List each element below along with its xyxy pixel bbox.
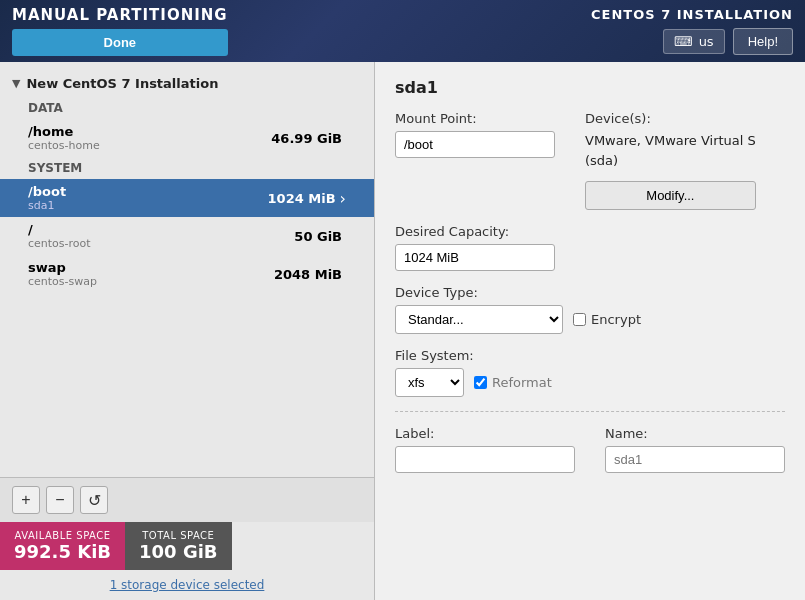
- partition-swap-name: swap: [28, 260, 274, 275]
- device-type-label: Device Type:: [395, 285, 785, 300]
- file-system-row: xfs ext4 ext3 ext2 vfat swap Reformat: [395, 368, 785, 397]
- partition-item-boot[interactable]: /boot sda1 1024 MiB ›: [0, 179, 374, 217]
- detail-title: sda1: [395, 78, 785, 97]
- remove-partition-button[interactable]: −: [46, 486, 74, 514]
- mount-point-input[interactable]: [395, 131, 555, 158]
- label-label: Label:: [395, 426, 575, 441]
- desired-capacity-group: Desired Capacity:: [395, 224, 555, 271]
- space-info: AVAILABLE SPACE 992.5 KiB TOTAL SPACE 10…: [0, 522, 374, 570]
- partition-root-sub: centos-root: [28, 237, 294, 250]
- desired-capacity-input[interactable]: [395, 244, 555, 271]
- device-label: Device(s):: [585, 111, 756, 126]
- name-group: Name:: [605, 426, 785, 473]
- label-input[interactable]: [395, 446, 575, 473]
- file-system-group: File System: xfs ext4 ext3 ext2 vfat swa…: [395, 348, 785, 397]
- partition-item-root[interactable]: / centos-root 50 GiB: [0, 217, 374, 255]
- tree-root-label: New CentOS 7 Installation: [26, 76, 218, 91]
- partition-swap-size: 2048 MiB: [274, 267, 342, 282]
- total-space-label: TOTAL SPACE: [142, 530, 214, 541]
- label-name-row: Label: Name:: [395, 426, 785, 473]
- header: MANUAL PARTITIONING Done CENTOS 7 INSTAL…: [0, 0, 805, 62]
- keyboard-icon: ⌨: [674, 34, 693, 49]
- partition-swap-sub: centos-swap: [28, 275, 274, 288]
- partition-boot-arrow-icon: ›: [340, 189, 346, 208]
- partition-root-name: /: [28, 222, 294, 237]
- mount-point-group: Mount Point:: [395, 111, 555, 210]
- left-panel: ▼ New CentOS 7 Installation DATA /home c…: [0, 62, 375, 600]
- partition-swap-info: swap centos-swap: [28, 260, 274, 288]
- page-title: MANUAL PARTITIONING: [12, 6, 228, 24]
- keyboard-layout-label: us: [699, 34, 714, 49]
- section-data-label: DATA: [0, 97, 374, 119]
- header-controls: ⌨ us Help!: [663, 28, 793, 55]
- header-left: MANUAL PARTITIONING Done: [12, 6, 228, 56]
- encrypt-label: Encrypt: [591, 312, 641, 327]
- reformat-label-text: Reformat: [492, 375, 552, 390]
- header-right: CENTOS 7 INSTALLATION ⌨ us Help!: [591, 7, 793, 55]
- device-type-select[interactable]: Standar... LVM LVM Thin Provisioning BTR…: [395, 305, 563, 334]
- tree-root[interactable]: ▼ New CentOS 7 Installation: [0, 70, 374, 97]
- file-system-select[interactable]: xfs ext4 ext3 ext2 vfat swap: [395, 368, 464, 397]
- done-button[interactable]: Done: [12, 29, 228, 56]
- refresh-button[interactable]: ↺: [80, 486, 108, 514]
- section-system-label: SYSTEM: [0, 157, 374, 179]
- partition-boot-name: /boot: [28, 184, 268, 199]
- partition-boot-sub: sda1: [28, 199, 268, 212]
- partition-boot-size: 1024 MiB: [268, 191, 336, 206]
- modify-button[interactable]: Modify...: [585, 181, 756, 210]
- reformat-checkbox[interactable]: [474, 376, 487, 389]
- partition-root-info: / centos-root: [28, 222, 294, 250]
- help-button[interactable]: Help!: [733, 28, 793, 55]
- capacity-row: Desired Capacity:: [395, 224, 785, 271]
- available-space-value: 992.5 KiB: [14, 541, 111, 562]
- partition-home-sub: centos-home: [28, 139, 271, 152]
- available-space-label: AVAILABLE SPACE: [15, 530, 111, 541]
- name-label: Name:: [605, 426, 785, 441]
- mount-device-row: Mount Point: Device(s): VMware, VMware V…: [395, 111, 785, 210]
- main-content: ▼ New CentOS 7 Installation DATA /home c…: [0, 62, 805, 600]
- partition-home-size: 46.99 GiB: [271, 131, 342, 146]
- mount-point-label: Mount Point:: [395, 111, 555, 126]
- keyboard-layout-button[interactable]: ⌨ us: [663, 29, 725, 54]
- device-type-group: Device Type: Standar... LVM LVM Thin Pro…: [395, 285, 785, 334]
- reformat-checkbox-label[interactable]: Reformat: [474, 375, 552, 390]
- label-group: Label:: [395, 426, 575, 473]
- partition-item-swap[interactable]: swap centos-swap 2048 MiB: [0, 255, 374, 293]
- total-space-box: TOTAL SPACE 100 GiB: [125, 522, 232, 570]
- device-type-row: Standar... LVM LVM Thin Provisioning BTR…: [395, 305, 785, 334]
- partition-item-home[interactable]: /home centos-home 46.99 GiB: [0, 119, 374, 157]
- tree-arrow-icon: ▼: [12, 77, 20, 90]
- storage-device-link[interactable]: 1 storage device selected: [0, 570, 374, 600]
- device-group: Device(s): VMware, VMware Virtual S(sda)…: [585, 111, 756, 210]
- device-value: VMware, VMware Virtual S(sda): [585, 131, 756, 170]
- divider: [395, 411, 785, 412]
- file-system-label: File System:: [395, 348, 785, 363]
- centos-title: CENTOS 7 INSTALLATION: [591, 7, 793, 22]
- right-panel: sda1 Mount Point: Device(s): VMware, VMw…: [375, 62, 805, 600]
- total-space-value: 100 GiB: [139, 541, 218, 562]
- available-space-box: AVAILABLE SPACE 992.5 KiB: [0, 522, 125, 570]
- partition-toolbar: + − ↺: [0, 477, 374, 522]
- add-partition-button[interactable]: +: [12, 486, 40, 514]
- partition-home-name: /home: [28, 124, 271, 139]
- name-input[interactable]: [605, 446, 785, 473]
- encrypt-checkbox-label[interactable]: Encrypt: [573, 312, 641, 327]
- partition-home-info: /home centos-home: [28, 124, 271, 152]
- desired-capacity-label: Desired Capacity:: [395, 224, 555, 239]
- partition-tree: ▼ New CentOS 7 Installation DATA /home c…: [0, 62, 374, 477]
- partition-boot-info: /boot sda1: [28, 184, 268, 212]
- encrypt-checkbox[interactable]: [573, 313, 586, 326]
- partition-root-size: 50 GiB: [294, 229, 342, 244]
